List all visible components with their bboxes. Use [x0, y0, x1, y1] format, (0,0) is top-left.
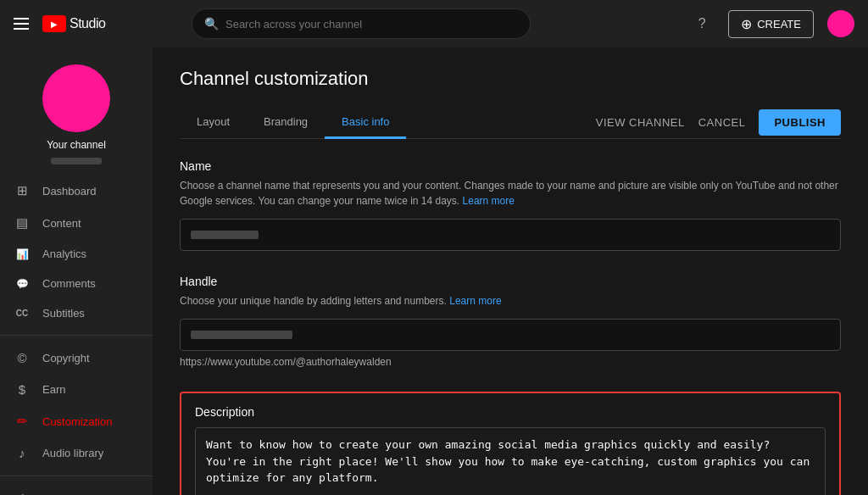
studio-logo[interactable]: Studio — [42, 15, 105, 32]
subtitles-icon: CC — [14, 309, 31, 318]
handle-url-hint: https://www.youtube.com/@authorhaleywald… — [180, 356, 841, 368]
description-label: Description — [195, 405, 826, 419]
channel-profile: Your channel — [0, 47, 153, 175]
sidebar-nav: ⊞ Dashboard ▤ Content 📊 Analytics 💬 Comm… — [0, 175, 153, 495]
handle-label: Handle — [180, 275, 841, 288]
hamburger-menu[interactable] — [14, 18, 29, 30]
view-channel-button[interactable]: VIEW CHANNEL — [596, 116, 685, 129]
help-button[interactable]: ? — [689, 11, 715, 36]
sidebar-item-analytics[interactable]: 📊 Analytics — [0, 239, 153, 269]
search-input[interactable] — [225, 18, 518, 31]
sidebar-item-label: Content — [42, 217, 81, 230]
tab-layout[interactable]: Layout — [180, 107, 247, 139]
create-button[interactable]: ⊕ CREATE — [728, 10, 814, 38]
copyright-icon: © — [14, 351, 31, 365]
audio-library-icon: ♪ — [14, 446, 31, 460]
studio-logo-text: Studio — [70, 16, 105, 31]
sidebar-item-audio-library[interactable]: ♪ Audio library — [0, 437, 153, 469]
sidebar-item-label: Audio library — [42, 447, 103, 459]
customization-icon: ✏ — [14, 414, 31, 429]
name-section: Name Choose a channel name that represen… — [180, 159, 841, 251]
dashboard-icon: ⊞ — [14, 183, 31, 198]
tabs-actions: VIEW CHANNEL CANCEL PUBLISH — [596, 109, 841, 136]
name-learn-more-link[interactable]: Learn more — [463, 195, 515, 207]
page-title: Channel customization — [180, 68, 841, 90]
name-input-value — [191, 231, 259, 239]
description-section: Description Want to know how to create y… — [180, 392, 841, 495]
main-layout: Your channel ⊞ Dashboard ▤ Content 📊 Ana… — [0, 47, 868, 495]
tabs-list: Layout Branding Basic info — [180, 107, 406, 138]
handle-section: Handle Choose your unique handle by addi… — [180, 275, 841, 368]
cancel-button[interactable]: CANCEL — [698, 116, 746, 129]
settings-icon: ⚙ — [14, 492, 31, 495]
name-input-container — [180, 219, 841, 251]
sidebar-item-content[interactable]: ▤ Content — [0, 207, 153, 239]
analytics-icon: 📊 — [14, 248, 31, 260]
plus-icon: ⊕ — [741, 16, 752, 32]
sidebar-item-label: Copyright — [42, 352, 90, 364]
sidebar-item-customization[interactable]: ✏ Customization — [0, 405, 153, 437]
sidebar-item-label: Subtitles — [42, 307, 85, 320]
publish-button[interactable]: PUBLISH — [759, 109, 841, 136]
sidebar-item-label: Comments — [42, 277, 96, 290]
tab-basic-info[interactable]: Basic info — [325, 107, 406, 139]
sidebar-item-comments[interactable]: 💬 Comments — [0, 269, 153, 298]
user-avatar[interactable] — [827, 10, 854, 37]
handle-learn-more-link[interactable]: Learn more — [449, 295, 501, 307]
tab-branding[interactable]: Branding — [247, 107, 325, 139]
top-navigation: Studio 🔍 ? ⊕ CREATE — [0, 0, 868, 47]
sidebar-divider-2 — [0, 476, 153, 476]
create-label: CREATE — [757, 18, 801, 31]
sidebar-item-subtitles[interactable]: CC Subtitles — [0, 298, 153, 328]
content-icon: ▤ — [14, 215, 31, 231]
sidebar-item-settings[interactable]: ⚙ Settings — [0, 483, 153, 495]
name-description: Choose a channel name that represents yo… — [180, 178, 841, 209]
sidebar-item-earn[interactable]: $ Earn — [0, 374, 153, 405]
search-icon: 🔍 — [204, 17, 219, 31]
sidebar: Your channel ⊞ Dashboard ▤ Content 📊 Ana… — [0, 47, 153, 495]
nav-left: Studio — [14, 15, 105, 32]
sidebar-item-label: Dashboard — [42, 185, 97, 197]
handle-input-value — [191, 331, 292, 339]
sidebar-divider — [0, 335, 153, 336]
tabs-row: Layout Branding Basic info VIEW CHANNEL … — [180, 107, 841, 139]
channel-avatar[interactable] — [42, 64, 110, 132]
sidebar-item-label: Analytics — [42, 248, 86, 260]
search-bar[interactable]: 🔍 — [192, 8, 531, 39]
youtube-icon — [42, 15, 66, 32]
sidebar-item-dashboard[interactable]: ⊞ Dashboard — [0, 175, 153, 207]
channel-name-label: Your channel — [47, 139, 106, 151]
sidebar-item-label: Customization — [42, 415, 112, 428]
sidebar-item-label: Earn — [42, 383, 65, 396]
comments-icon: 💬 — [14, 278, 31, 290]
handle-description: Choose your unique handle by adding lett… — [180, 293, 841, 309]
sidebar-item-copyright[interactable]: © Copyright — [0, 342, 153, 374]
handle-input-container — [180, 319, 841, 351]
channel-name-bar — [51, 158, 102, 164]
description-textarea[interactable]: Want to know how to create your own amaz… — [195, 427, 826, 495]
name-label: Name — [180, 159, 841, 173]
nav-right: ? ⊕ CREATE — [689, 10, 854, 38]
earn-icon: $ — [14, 382, 31, 397]
content-area: Channel customization Layout Branding Ba… — [153, 47, 868, 495]
